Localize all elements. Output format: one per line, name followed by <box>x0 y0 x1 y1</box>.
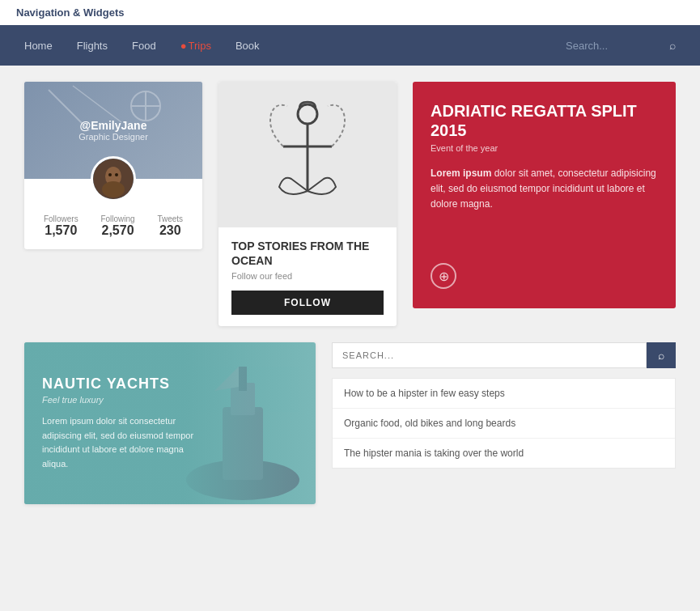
adriatic-header: ADRIATIC REGATTA SPLIT 2015 Event of the… <box>431 101 658 213</box>
svg-point-9 <box>115 173 118 176</box>
following-value: 2,570 <box>100 223 134 238</box>
page-title: Navigation & Widgets <box>16 6 125 19</box>
bottom-row: NAUTIC YACHTS Feel true luxury Lorem ips… <box>24 342 676 504</box>
nav-book[interactable]: Book <box>235 40 260 52</box>
avatar <box>91 156 136 202</box>
nautic-subtitle: Feel true luxury <box>42 395 298 405</box>
twitter-avatar-wrap <box>24 156 202 202</box>
twitter-banner-text: @EmilyJane Graphic Designer <box>78 119 148 142</box>
nautic-content: NAUTIC YACHTS Feel true luxury Lorem ips… <box>24 342 316 504</box>
top-bar: Navigation & Widgets <box>0 0 700 25</box>
ocean-image <box>218 82 397 227</box>
twitter-username: @EmilyJane <box>78 119 148 132</box>
adriatic-subtitle: Event of the year <box>431 143 658 153</box>
followers-value: 1,570 <box>44 223 78 238</box>
followers-label: Followers <box>44 214 78 223</box>
twitter-stats: Followers 1,570 Following 2,570 Tweets 2… <box>24 202 202 249</box>
adriatic-desc-bold: Lorem ipsum <box>431 168 491 179</box>
adriatic-card: ADRIATIC REGATTA SPLIT 2015 Event of the… <box>413 82 676 308</box>
ocean-card: TOP STORIES FROM THE OCEAN Follow our fe… <box>218 82 397 326</box>
nav-home[interactable]: Home <box>24 40 53 52</box>
navigation: Home Flights Food ●Trips Book ⌕ <box>0 25 700 66</box>
ocean-content: TOP STORIES FROM THE OCEAN Follow our fe… <box>218 227 397 326</box>
tweets-label: Tweets <box>157 214 183 223</box>
nav-food[interactable]: Food <box>132 40 156 52</box>
nautic-card: NAUTIC YACHTS Feel true luxury Lorem ips… <box>24 342 316 504</box>
nautic-description: Lorem ipsum dolor sit consectetur adipis… <box>42 414 196 471</box>
main-content: @EmilyJane Graphic Designer <box>0 66 700 520</box>
widgets-row: @EmilyJane Graphic Designer <box>24 82 676 326</box>
ocean-title: TOP STORIES FROM THE OCEAN <box>231 239 384 268</box>
twitter-role: Graphic Designer <box>78 132 148 142</box>
search-sidebar: ⌕ How to be a hipster in few easy steps … <box>332 342 676 469</box>
search-button[interactable]: ⌕ <box>647 342 676 368</box>
ocean-subtitle: Follow our feed <box>231 271 384 281</box>
nautic-title: NAUTIC YACHTS <box>42 376 298 392</box>
twitter-card: @EmilyJane Graphic Designer <box>24 82 202 249</box>
search-icon[interactable]: ⌕ <box>669 39 676 52</box>
svg-line-1 <box>73 86 121 122</box>
following-label: Following <box>100 214 134 223</box>
nav-links: Home Flights Food ●Trips Book <box>24 40 566 52</box>
search-box-wrap: ⌕ <box>332 342 676 368</box>
search-input[interactable] <box>332 342 647 368</box>
search-icon: ⌕ <box>658 349 664 362</box>
active-dot: ● <box>180 40 187 52</box>
svg-point-8 <box>108 173 112 176</box>
search-result-item[interactable]: Organic food, old bikes and long beards <box>333 409 675 439</box>
stat-followers: Followers 1,570 <box>44 214 78 238</box>
svg-point-7 <box>102 181 125 197</box>
nav-trips[interactable]: ●Trips <box>180 40 211 52</box>
nav-search-area: ⌕ <box>566 39 676 52</box>
follow-button[interactable]: FOLLOW <box>231 291 384 315</box>
nav-search-input[interactable] <box>566 40 663 52</box>
stat-following: Following 2,570 <box>100 214 134 238</box>
adriatic-description: Lorem ipsum dolor sit amet, consectetur … <box>431 166 658 213</box>
adriatic-title: ADRIATIC REGATTA SPLIT 2015 <box>431 101 658 140</box>
search-result-item[interactable]: The hipster mania is taking over the wor… <box>333 439 675 468</box>
nav-flights[interactable]: Flights <box>77 40 108 52</box>
adriatic-circle-button[interactable]: ⊕ <box>431 263 456 289</box>
stat-tweets: Tweets 230 <box>157 214 183 238</box>
search-result-item[interactable]: How to be a hipster in few easy steps <box>333 379 675 409</box>
search-results: How to be a hipster in few easy steps Or… <box>332 378 676 469</box>
tweets-value: 230 <box>157 223 183 238</box>
svg-point-10 <box>298 104 317 124</box>
